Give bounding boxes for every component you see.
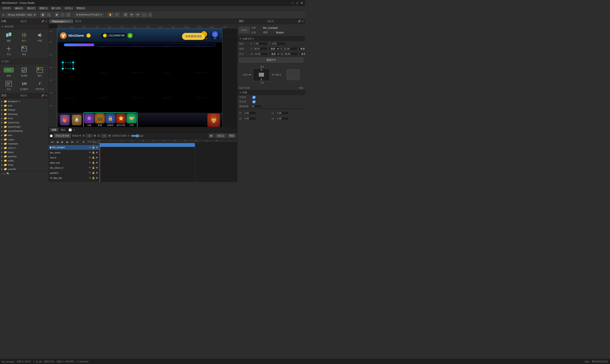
timeline-close-icon[interactable]: ✕ [73,129,75,131]
track-btn-trumpet[interactable]: ▶ btn_trumpet 👁 🔒 ⏺ [49,145,99,150]
properties-close-icon[interactable]: ✕ [302,20,304,23]
loop-back-button[interactable]: ↺ [75,140,80,144]
timeline-playhead[interactable] [100,143,100,182]
track-rec-icon-text6[interactable]: ⏺ [96,156,98,159]
play-pause-button[interactable]: ▶ [60,140,64,144]
coord-y-input[interactable] [283,47,298,50]
next-frame-button[interactable]: ▶ [65,140,69,144]
track-lock-icon-paybtn2[interactable]: 🔒 [92,171,95,174]
align-v-button[interactable]: ↕ [148,13,152,17]
track-rec-icon-paybtn2[interactable]: ⏺ [96,171,98,174]
minimize-button[interactable]: ─ [291,1,294,4]
tree-item-gamepublic[interactable]: ▶ 📁 GamePublic [0,125,49,129]
play-button-tl[interactable]: ▶ [209,134,214,138]
tree-item-gamechat[interactable]: ▶ 📁 GameChat [0,120,49,125]
frame-after-input[interactable] [101,134,107,138]
track-ratio-btn[interactable]: ▼ ratio_btn 👁 🔒 ⏺ [49,175,99,181]
asset-close-icon[interactable]: ✕ [45,94,47,97]
coord-x-unit-select[interactable]: 像素 [269,47,280,51]
visibility-checkbox[interactable] [253,96,256,99]
menu-file[interactable]: 文件(F) [1,6,13,11]
record-animation-button[interactable]: 开始记录动画 [54,133,71,138]
arrow-button[interactable]: ↗ [66,13,71,17]
control-artnum[interactable]: 123 艺术数字 [17,79,32,92]
size-h-input[interactable] [284,52,298,56]
track-vis-icon-return0[interactable]: 👁 [89,166,91,169]
track-rec-icon-atlas[interactable]: ⏺ [96,161,98,164]
prev-frame-button[interactable]: ◀ [55,140,59,144]
anchor-x-input[interactable] [253,42,268,45]
coord-y-unit-select[interactable]: 像素 [298,47,305,51]
frame-before-input[interactable] [86,134,93,138]
track-vis-icon-ratiobtn[interactable]: 👁 [89,177,91,179]
track-btn-return-0[interactable]: btn_return_0 👁 🔒 ⏺ [49,165,99,170]
tree-item-popview[interactable]: ▶ 📁 popView [0,154,49,158]
logic-tag-input[interactable] [251,104,261,108]
object-particle[interactable]: 粒子 [17,30,32,43]
game-canvas[interactable]: 28xin.com 藏宝库 28xin.com 藏宝库 28xin.com 28… [57,28,222,127]
track-lock-icon[interactable]: 🔒 [92,146,95,149]
menu-btn-account[interactable]: ⭐ 账号升级 [116,113,126,127]
track-btn-return[interactable]: btn_return 👁 🔒 ⏺ [49,150,99,155]
btn-trumpet-selection[interactable] [63,63,73,69]
jump-end-button[interactable]: ⏭ [70,140,75,144]
maximize-button[interactable]: □ [296,1,299,4]
refresh-icon[interactable]: ↻ [4,172,6,175]
tree-item-default[interactable]: ▶ 📁 Default [0,108,49,112]
align-h-button[interactable]: ↔ [141,13,147,17]
tree-item-mainbank[interactable]: ▶ 📁 mainbank [0,142,49,146]
menu-project[interactable]: 项目(P) [25,6,37,11]
align-right-button[interactable]: ➡ [135,13,140,17]
tree-item-notice[interactable]: ▶ 📁 notice 库 [0,146,49,150]
track-lock-icon-text6[interactable]: 🔒 [92,156,95,159]
device-selector[interactable]: iPhone 4/4S(960 * 640) [6,13,37,17]
tree-item-fonts[interactable]: ▶ 📁 fonts [0,116,49,120]
track-rec-icon-return[interactable]: ⏺ [96,151,98,154]
track-vis-icon-paybtn2[interactable]: 👁 [89,171,91,174]
anchor-y-input[interactable] [271,42,286,45]
close-panel-icon[interactable]: ✕ [45,20,47,23]
control-image[interactable]: 图片 [32,65,47,78]
timeline-resize-icon[interactable]: ⬜ [69,129,72,131]
position-size-section[interactable]: ▼ 位置与尺寸 [237,36,305,41]
track-rec-icon-ratiobtn[interactable]: ⏺ [96,177,98,179]
canvas-tab-plazzlayer[interactable]: PlazzLayer.c ● ✕ [50,19,73,23]
canvas-wrapper[interactable]: 0 100 200 300 400 500 600 700 800 900 10… [49,24,237,127]
track-vis-icon-text6[interactable]: 👁 [89,156,91,159]
y1-input[interactable] [276,111,289,115]
x2-input[interactable] [243,117,256,120]
all-dropdown-button[interactable]: ▾ [98,140,100,144]
reset-size-button[interactable]: 重置尺寸 [239,58,303,63]
track-lock-icon-atlas[interactable]: 🔒 [92,161,95,164]
size-w-input[interactable] [254,52,268,56]
tab-close-icon[interactable]: ✕ [69,20,70,23]
grid-button[interactable]: ⊞ [123,13,128,17]
track-lock-icon-return0[interactable]: 🔒 [92,166,95,169]
control-fnt[interactable]: F FNT字体 [32,79,47,92]
preset-button[interactable]: 预设 [228,133,236,138]
control-text[interactable]: 文本 [1,79,16,92]
size-h-unit-select[interactable]: 像素 [299,52,305,56]
speed-slider[interactable] [131,134,144,138]
menu-language[interactable]: 语言(L) [63,6,75,11]
add-coins-button[interactable]: + [127,33,133,38]
menu-window[interactable]: 窗口(W) [50,6,62,11]
menu-btn-exchange[interactable]: ♻ 兑换 [84,113,94,127]
fullscreen-button[interactable]: □ [47,13,51,17]
fps-input[interactable] [81,140,86,144]
pin-icon[interactable]: 📌 [41,20,44,23]
tree-item-armature[interactable]: ▶ 📁 Armature 库 [0,99,49,104]
track-atlas-coin[interactable]: atlas coin 👁 🔒 ⏺ [49,160,99,165]
track-lock-icon-ratiobtn[interactable]: 🔒 [92,177,95,179]
menu-btn-service[interactable]: 💼 客服 [95,113,105,127]
coord-x-input[interactable] [253,47,268,50]
menu-view[interactable]: 视图(V) [38,6,49,11]
align-left-button[interactable]: ⬅ [129,13,134,17]
platform-run-button[interactable]: ⊞ 在Windows平台运行 ▾ [74,13,104,17]
control-button[interactable]: Button 按钮 [1,65,16,78]
track-paybtn2[interactable]: paybtn2 👁 🔒 ⏺ [49,170,99,175]
search-icon[interactable]: 🔍 [7,172,10,175]
aspect-ratio-button[interactable]: ▣ [40,13,45,17]
tree-item-userinfo[interactable]: ▶ 📁 userinfo [0,167,49,171]
record-checkbox[interactable] [50,135,53,137]
